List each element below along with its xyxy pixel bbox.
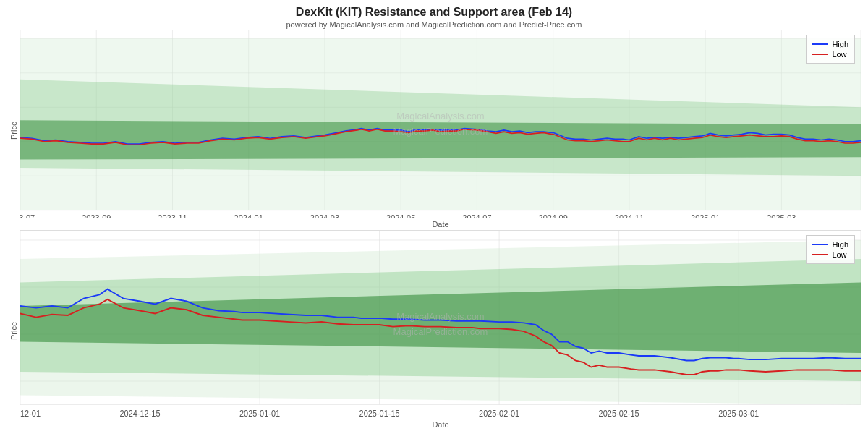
svg-text:2024-01: 2024-01 <box>234 213 263 218</box>
chart1-svg: 1.00 0.75 0.50 0.25 0.00 2023-07 2023-09… <box>20 30 861 218</box>
chart1-low-line-icon <box>812 54 828 55</box>
chart1-legend-high: High <box>812 40 848 48</box>
chart2-legend-high: High <box>812 240 848 249</box>
chart2-svg-area: 0.5 0.4 0.3 0.2 2024-12-01 2024-12-15 20… <box>20 231 861 419</box>
subtitle: powered by MagicalAnalysis.com and Magic… <box>0 20 868 29</box>
main-title: DexKit (KIT) Resistance and Support area… <box>0 6 868 19</box>
charts-container: Price <box>0 30 868 434</box>
svg-text:2025-02-01: 2025-02-01 <box>479 409 519 419</box>
svg-text:2024-07: 2024-07 <box>462 213 491 218</box>
chart2-high-line-icon <box>812 244 828 245</box>
chart1-legend-low: Low <box>812 50 848 59</box>
chart1-high-line-icon <box>812 43 828 45</box>
chart2-svg: 0.5 0.4 0.3 0.2 2024-12-01 2024-12-15 20… <box>20 231 861 419</box>
chart1-inner: 1.00 0.75 0.50 0.25 0.00 2023-07 2023-09… <box>20 30 861 230</box>
chart1-svg-area: 1.00 0.75 0.50 0.25 0.00 2023-07 2023-09… <box>20 30 861 218</box>
chart2-legend-low: Low <box>812 250 848 259</box>
svg-text:2024-09: 2024-09 <box>539 213 568 218</box>
svg-text:2024-03: 2024-03 <box>310 213 339 218</box>
chart2-x-label: Date <box>20 419 861 430</box>
chart2-y-label: Price <box>7 231 20 430</box>
svg-marker-20 <box>20 120 861 159</box>
svg-text:2024-12-01: 2024-12-01 <box>20 409 41 419</box>
svg-text:2025-03-01: 2025-03-01 <box>718 409 759 419</box>
chart1-x-label: Date <box>20 218 861 230</box>
title-area: DexKit (KIT) Resistance and Support area… <box>0 0 868 30</box>
svg-text:2024-05: 2024-05 <box>386 213 415 218</box>
svg-text:2024-11: 2024-11 <box>615 213 644 218</box>
chart2-wrapper: Price <box>7 231 861 430</box>
chart1-low-label: Low <box>832 50 846 59</box>
svg-text:2025-03: 2025-03 <box>767 213 796 218</box>
svg-text:2023-07: 2023-07 <box>20 213 35 218</box>
page-container: DexKit (KIT) Resistance and Support area… <box>0 0 868 434</box>
chart2-low-label: Low <box>832 250 846 259</box>
chart1-high-label: High <box>832 40 848 48</box>
svg-text:2025-02-15: 2025-02-15 <box>599 409 639 419</box>
chart2-inner: 0.5 0.4 0.3 0.2 2024-12-01 2024-12-15 20… <box>20 231 861 430</box>
svg-text:2025-01: 2025-01 <box>691 213 720 218</box>
chart1-y-label: Price <box>7 30 20 230</box>
svg-text:2024-12-15: 2024-12-15 <box>120 409 161 419</box>
chart2-low-line-icon <box>812 254 828 255</box>
chart2-high-label: High <box>832 240 848 249</box>
svg-text:2025-01-01: 2025-01-01 <box>239 409 280 419</box>
chart1-wrapper: Price <box>7 30 861 230</box>
svg-text:2025-01-15: 2025-01-15 <box>359 409 400 419</box>
svg-text:2023-11: 2023-11 <box>158 213 187 218</box>
chart1-legend: High Low <box>806 35 855 64</box>
svg-text:2023-09: 2023-09 <box>82 213 111 218</box>
chart2-legend: High Low <box>806 235 855 264</box>
